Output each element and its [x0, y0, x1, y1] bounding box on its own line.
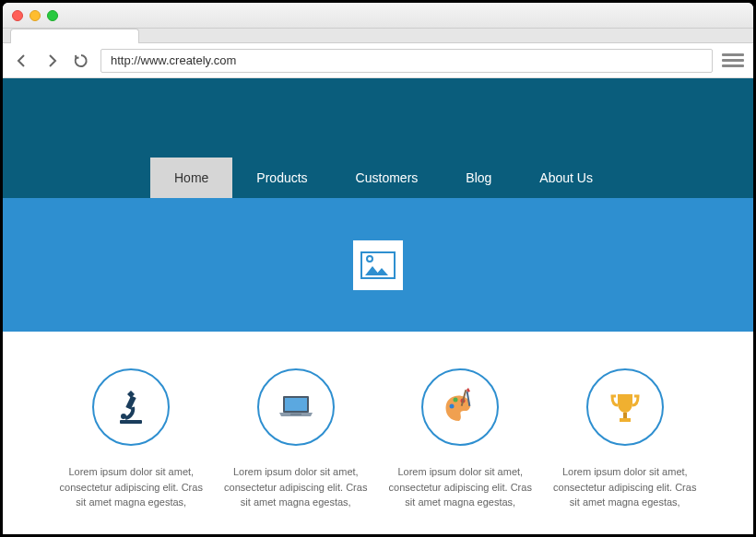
svg-rect-12 [620, 418, 631, 422]
reload-button[interactable] [71, 51, 91, 71]
feature-text: Lorem ipsum dolor sit amet, consectetur … [223, 464, 370, 510]
svg-point-6 [450, 404, 455, 409]
address-bar[interactable] [100, 49, 713, 73]
main-nav: Home Products Customers Blog About Us [150, 158, 617, 198]
palette-icon [421, 368, 499, 446]
window-controls [12, 10, 58, 21]
trophy-icon [586, 368, 664, 446]
microscope-icon [92, 368, 170, 446]
nav-about[interactable]: About Us [515, 158, 617, 198]
close-window-button[interactable] [12, 10, 23, 21]
image-placeholder-icon [360, 251, 396, 279]
laptop-icon [257, 368, 335, 446]
features-section: Lorem ipsum dolor sit amet, consectetur … [3, 332, 753, 534]
hero-image-placeholder [353, 240, 403, 290]
svg-rect-5 [290, 414, 301, 415]
toolbar [3, 43, 753, 78]
hero-section [3, 198, 753, 332]
feature-item: Lorem ipsum dolor sit amet, consectetur … [223, 368, 370, 510]
nav-customers[interactable]: Customers [332, 158, 443, 198]
site-header: Home Products Customers Blog About Us [3, 78, 753, 198]
feature-text: Lorem ipsum dolor sit amet, consectetur … [552, 464, 699, 510]
maximize-window-button[interactable] [47, 10, 58, 21]
svg-rect-11 [623, 413, 627, 418]
minimize-window-button[interactable] [30, 10, 41, 21]
browser-chrome: Home Products Customers Blog About Us [3, 3, 753, 534]
feature-text: Lorem ipsum dolor sit amet, consectetur … [58, 464, 205, 510]
features-row: Lorem ipsum dolor sit amet, consectetur … [58, 368, 698, 510]
svg-point-2 [121, 414, 126, 419]
svg-point-7 [454, 398, 458, 403]
tab-strip [3, 29, 753, 43]
nav-blog[interactable]: Blog [442, 158, 515, 198]
feature-text: Lorem ipsum dolor sit amet, consectetur … [387, 464, 534, 510]
feature-item: Lorem ipsum dolor sit amet, consectetur … [58, 368, 205, 510]
svg-rect-4 [285, 398, 307, 411]
nav-home[interactable]: Home [150, 158, 232, 198]
menu-button[interactable] [722, 50, 744, 72]
forward-button[interactable] [41, 51, 62, 71]
feature-item: Lorem ipsum dolor sit amet, consectetur … [552, 368, 699, 510]
svg-rect-0 [120, 420, 142, 424]
titlebar [3, 3, 753, 29]
nav-products[interactable]: Products [232, 158, 331, 198]
feature-item: Lorem ipsum dolor sit amet, consectetur … [387, 368, 534, 510]
browser-tab[interactable] [10, 29, 139, 43]
page-viewport: Home Products Customers Blog About Us [3, 78, 753, 534]
back-button[interactable] [12, 51, 32, 71]
browser-window: Home Products Customers Blog About Us [0, 0, 756, 537]
